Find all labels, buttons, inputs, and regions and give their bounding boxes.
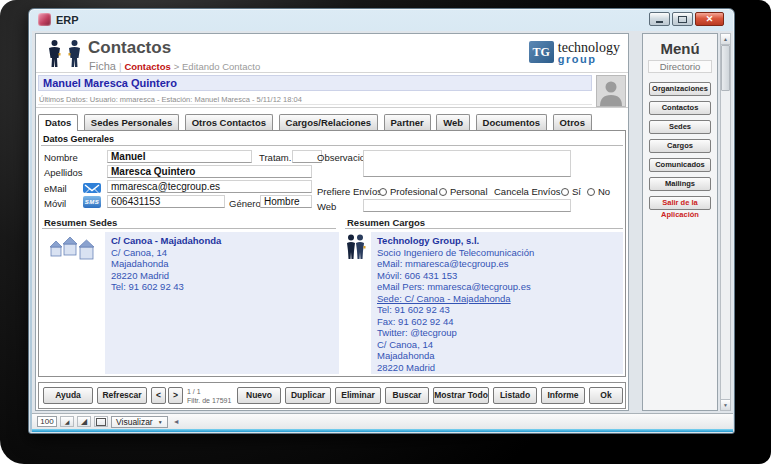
person-icon bbox=[48, 40, 61, 70]
cargo-line: Tel: 91 602 92 43 bbox=[377, 304, 617, 316]
tab-documentos[interactable]: Documentos bbox=[476, 114, 548, 130]
ok-button[interactable]: Ok bbox=[589, 387, 623, 404]
movil-input[interactable] bbox=[107, 195, 225, 208]
menu-title: Menú bbox=[643, 40, 717, 57]
breadcrumb: Ficha|Contactos> Editando Contacto bbox=[89, 60, 260, 72]
mostrar-todo-button[interactable]: Mostrar Todo bbox=[433, 387, 489, 404]
nuevo-button[interactable]: Nuevo bbox=[237, 387, 281, 404]
radio-profesional-circle-icon[interactable] bbox=[379, 188, 387, 196]
apellidos-input[interactable] bbox=[107, 165, 312, 178]
eliminar-button[interactable]: Eliminar bbox=[335, 387, 381, 404]
statusbar-collapse-icon[interactable]: ◄ bbox=[173, 418, 180, 425]
genero-input[interactable] bbox=[260, 195, 312, 208]
record-meta: Últimos Datos: Usuario: mmaresca - Estac… bbox=[39, 95, 302, 104]
record-name-bar[interactable]: Manuel Maresca Quintero bbox=[38, 75, 592, 91]
screenshot-backdrop: ERP ✕ bbox=[0, 0, 771, 464]
tab-otros[interactable]: Otros bbox=[553, 114, 592, 130]
nombre-label: Nombre bbox=[44, 152, 78, 163]
resumen-sedes-title: Resumen Sedes bbox=[44, 217, 117, 228]
minimize-button[interactable] bbox=[649, 12, 670, 26]
zoom-level[interactable]: 100 bbox=[37, 416, 57, 427]
tg-logo-icon: TG bbox=[529, 41, 554, 63]
scrollbar-thumb[interactable] bbox=[721, 45, 730, 91]
genero-label: Género bbox=[229, 198, 261, 209]
email-icon[interactable] bbox=[83, 181, 101, 193]
prefiere-envios-label: Prefiere Envíos bbox=[317, 186, 382, 197]
cancela-envios-label: Cancela Envíos bbox=[494, 186, 561, 197]
maximize-icon bbox=[678, 16, 687, 23]
close-button[interactable]: ✕ bbox=[695, 12, 724, 26]
zoom-in-button[interactable]: ◢ bbox=[77, 416, 91, 427]
cargo-line: Móvil: 606 431 153 bbox=[377, 270, 617, 282]
radio-no[interactable]: No bbox=[587, 186, 610, 197]
tab-datos[interactable]: Datos bbox=[38, 114, 78, 131]
informe-button[interactable]: Informe bbox=[541, 387, 585, 404]
duplicar-button[interactable]: Duplicar bbox=[285, 387, 331, 404]
houses-icon bbox=[49, 235, 99, 265]
tab-cargos-relaciones[interactable]: Cargos/Relaciones bbox=[279, 114, 379, 130]
tab-web[interactable]: Web bbox=[436, 114, 470, 130]
prev-record-button[interactable]: < bbox=[151, 387, 166, 404]
breadcrumb-active[interactable]: Contactos bbox=[124, 61, 170, 72]
movil-label: Móvil bbox=[44, 198, 66, 209]
menu-item-contactos[interactable]: Contactos bbox=[649, 101, 711, 115]
radio-profesional[interactable]: Profesional bbox=[379, 186, 438, 197]
menu-item-sedes[interactable]: Sedes bbox=[649, 120, 711, 134]
listado-button[interactable]: Listado bbox=[493, 387, 537, 404]
email-input[interactable] bbox=[107, 180, 312, 193]
radio-no-circle-icon[interactable] bbox=[587, 188, 595, 196]
menu-item-cargos[interactable]: Cargos bbox=[649, 139, 711, 153]
ayuda-button[interactable]: Ayuda bbox=[43, 387, 93, 404]
tab-otros-contactos[interactable]: Otros Contactos bbox=[185, 114, 273, 130]
avatar[interactable] bbox=[596, 75, 626, 107]
window-content: Contactos Ficha|Contactos> Editando Cont… bbox=[32, 31, 733, 432]
page-title: Contactos bbox=[88, 38, 171, 58]
next-record-button[interactable]: > bbox=[168, 387, 183, 404]
resumen-sedes-divider bbox=[42, 228, 336, 229]
zoom-out-button[interactable]: ◢ bbox=[60, 416, 74, 427]
person-icon bbox=[68, 40, 81, 70]
toolbar-toggle-button[interactable] bbox=[94, 416, 108, 427]
resumen-cargos-divider bbox=[345, 228, 623, 229]
exit-application-button[interactable]: Salir de la Aplicación bbox=[649, 196, 711, 210]
mode-dropdown[interactable]: Visualizar ▼ bbox=[111, 416, 168, 428]
sede-link[interactable]: Sede: C/ Canoa - Majadahonda bbox=[377, 293, 617, 305]
radio-si[interactable]: Sí bbox=[561, 186, 581, 197]
web-input[interactable] bbox=[363, 199, 571, 212]
radio-si-circle-icon[interactable] bbox=[561, 188, 569, 196]
radio-personal[interactable]: Personal bbox=[439, 186, 488, 197]
nombre-input[interactable] bbox=[107, 150, 252, 163]
menu-item-organizaciones[interactable]: Organizaciones bbox=[649, 82, 711, 96]
logo-text: technology group bbox=[558, 41, 620, 65]
sms-icon[interactable]: SMS bbox=[83, 196, 101, 208]
resumen-cargos-panel[interactable]: Technology Group, s.l. Socio Ingeniero d… bbox=[371, 232, 623, 374]
logo-line2: group bbox=[558, 54, 620, 65]
window-scrollbar[interactable]: ▲ ▼ bbox=[720, 33, 731, 411]
section-divider bbox=[41, 145, 623, 146]
radio-personal-circle-icon[interactable] bbox=[439, 188, 447, 196]
window-controls: ✕ bbox=[649, 12, 724, 26]
buscar-button[interactable]: Buscar bbox=[385, 387, 429, 404]
cargo-line: Fax: 91 602 92 44 bbox=[377, 316, 617, 328]
scroll-up-icon[interactable]: ▲ bbox=[721, 34, 730, 45]
cargo-line: eMail Pers: mmaresca@tecgroup.es bbox=[377, 281, 617, 293]
observaciones-textarea[interactable] bbox=[363, 150, 571, 177]
tab-partner[interactable]: Partner bbox=[384, 114, 431, 130]
scroll-down-icon[interactable]: ▼ bbox=[721, 399, 730, 410]
tab-sedes-personales[interactable]: Sedes Personales bbox=[84, 114, 179, 130]
sede-line: Majadahonda bbox=[111, 258, 333, 270]
people-icon bbox=[345, 234, 367, 264]
resumen-cargos-title: Resumen Cargos bbox=[347, 217, 425, 228]
resumen-sedes-panel[interactable]: C/ Canoa - Majadahonda C/ Canoa, 14 Maja… bbox=[105, 232, 339, 374]
menu-item-mailings[interactable]: Mailings bbox=[649, 177, 711, 191]
cargo-line: Socio Ingeniero de Telecomunicación bbox=[377, 247, 617, 259]
menu-item-comunicados[interactable]: Comunicados bbox=[649, 158, 711, 172]
refrescar-button[interactable]: Refrescar bbox=[97, 387, 147, 404]
minimize-icon bbox=[656, 21, 663, 23]
email-label: eMail bbox=[44, 183, 67, 194]
toolbar-toggle-icon bbox=[96, 418, 106, 426]
sede-line: 28220 Madrid bbox=[111, 270, 333, 282]
maximize-button[interactable] bbox=[672, 12, 693, 26]
tab-content: Datos Generales Nombre Tratam. Apellidos… bbox=[38, 130, 626, 377]
titlebar[interactable]: ERP ✕ bbox=[29, 9, 734, 31]
